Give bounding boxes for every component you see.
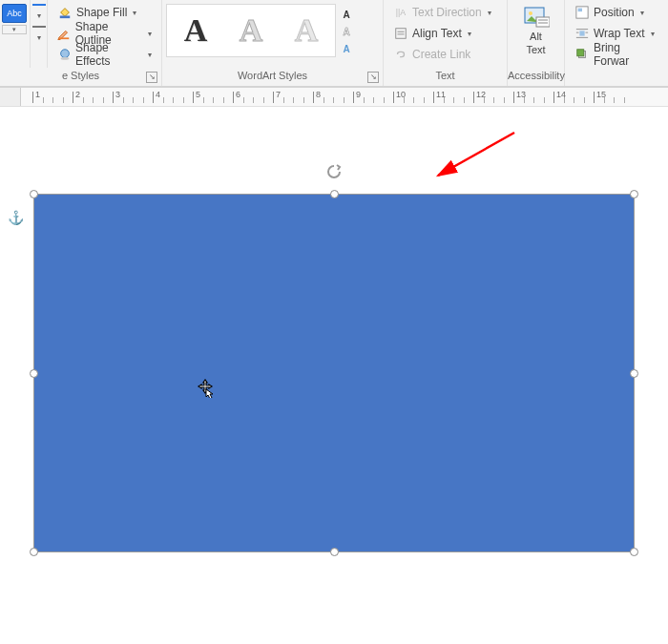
svg-point-9 — [529, 11, 532, 15]
svg-rect-10 — [536, 17, 550, 27]
align-text-label: Align Text — [412, 27, 462, 40]
ribbon: Abc ▾ ▾ ▾ Shape Fill ▾ Shape Outline — [0, 0, 668, 88]
accessibility-group-label: Accessibility — [508, 68, 565, 86]
text-group: ||A Text Direction ▾ Align Text ▾ Create… — [384, 0, 508, 69]
resize-handle-tl[interactable] — [30, 190, 38, 198]
wordart-styles-group-label: WordArt Styles↘ — [162, 68, 384, 86]
resize-handle-tm[interactable] — [330, 190, 339, 198]
chevron-down-icon[interactable]: ▾ — [640, 9, 644, 17]
wordart-gallery[interactable]: A A A — [166, 4, 336, 57]
rotation-handle[interactable] — [325, 163, 343, 180]
dialog-launcher-icon[interactable]: ↘ — [146, 72, 157, 83]
svg-rect-14 — [578, 9, 582, 12]
wrap-text-label: Wrap Text — [594, 27, 645, 40]
position-button[interactable]: Position ▾ — [571, 2, 662, 23]
wordart-styles-group: A A A A A A — [162, 0, 384, 69]
resize-handle-ml[interactable] — [30, 369, 38, 378]
effects-icon — [57, 47, 72, 62]
text-outline-button[interactable]: A — [338, 27, 355, 40]
align-text-icon — [393, 26, 408, 41]
wordart-style-1[interactable]: A — [169, 7, 222, 54]
horizontal-ruler[interactable]: 123456789101112131415 — [0, 88, 668, 107]
create-link-button: Create Link — [389, 44, 501, 65]
svg-rect-1 — [59, 37, 70, 39]
svg-line-22 — [438, 133, 514, 176]
chevron-down-icon[interactable]: ▾ — [37, 33, 41, 42]
line-color-swatch[interactable] — [32, 4, 46, 6]
shape-effects-button[interactable]: Shape Effects ▾ — [53, 44, 156, 65]
ribbon-group-labels: e Styles↘ WordArt Styles↘ Text Accessibi… — [0, 68, 668, 87]
chevron-down-icon[interactable]: ▾ — [148, 51, 152, 59]
svg-point-3 — [60, 57, 69, 60]
svg-rect-15 — [579, 31, 584, 35]
annotation-arrow — [424, 128, 519, 181]
shape-fill-label: Shape Fill — [76, 6, 127, 19]
document-canvas[interactable]: ⚓ — [0, 107, 668, 644]
arrange-group: Position ▾ Wrap Text ▾ Bring Forwar — [565, 0, 668, 69]
line-style-group: ▾ ▾ — [31, 0, 48, 69]
line-weight-swatch[interactable] — [32, 26, 46, 28]
resize-handle-mr[interactable] — [630, 369, 638, 378]
wrap-text-icon — [574, 26, 590, 41]
text-group-label: Text — [384, 68, 508, 86]
wordart-style-3[interactable]: A — [280, 7, 333, 54]
shape-style-swatch[interactable]: Abc — [2, 4, 27, 23]
bucket-icon — [57, 5, 73, 20]
chevron-down-icon[interactable]: ▾ — [148, 30, 152, 38]
ruler-ticks: 123456789101112131415 — [21, 88, 668, 107]
resize-handle-tr[interactable] — [630, 190, 638, 198]
dialog-launcher-icon[interactable]: ↘ — [367, 72, 379, 83]
object-anchor-icon: ⚓ — [8, 210, 24, 225]
selected-shape-container — [28, 188, 640, 558]
resize-handle-bm[interactable] — [330, 548, 339, 556]
svg-point-2 — [60, 50, 69, 58]
resize-handle-br[interactable] — [630, 548, 638, 556]
position-label: Position — [594, 6, 635, 19]
shape-style-swatch-dropdown[interactable]: ▾ — [2, 25, 27, 34]
svg-rect-5 — [396, 29, 407, 39]
pencil-icon — [57, 26, 72, 41]
chevron-down-icon[interactable]: ▾ — [133, 9, 136, 17]
svg-text:||A: ||A — [396, 8, 407, 17]
bring-forward-label: Bring Forwar — [594, 41, 658, 68]
wordart-style-2[interactable]: A — [224, 7, 278, 54]
align-text-button[interactable]: Align Text ▾ — [389, 23, 501, 44]
chevron-down-icon: ▾ — [488, 9, 491, 17]
rectangle-shape[interactable] — [33, 194, 635, 552]
text-effects-button[interactable]: A — [338, 44, 355, 57]
link-icon — [393, 47, 408, 62]
shape-effects-label: Shape Effects — [75, 41, 142, 68]
position-icon — [574, 5, 590, 20]
text-fill-button[interactable]: A — [338, 10, 355, 23]
svg-rect-0 — [60, 16, 71, 19]
accessibility-group: Alt Text — [508, 0, 565, 69]
chevron-down-icon[interactable]: ▾ — [651, 30, 655, 38]
create-link-label: Create Link — [412, 48, 470, 61]
text-direction-button: ||A Text Direction ▾ — [389, 2, 501, 23]
shape-format-group: Shape Fill ▾ Shape Outline ▾ Shape Effec… — [48, 0, 162, 69]
chevron-down-icon[interactable]: ▾ — [468, 30, 471, 38]
shape-styles-group-label: e Styles↘ — [0, 68, 162, 86]
ruler-corner — [0, 88, 21, 107]
resize-handle-bl[interactable] — [30, 548, 38, 556]
alt-text-label-1: Alt — [530, 31, 542, 42]
bring-forward-icon — [574, 47, 590, 62]
alt-text-label-2: Text — [526, 44, 545, 55]
move-cursor-icon — [196, 379, 215, 398]
alt-text-icon — [523, 6, 550, 29]
text-direction-label: Text Direction — [412, 6, 482, 19]
chevron-down-icon[interactable]: ▾ — [37, 11, 41, 20]
bring-forward-button[interactable]: Bring Forwar — [571, 44, 662, 65]
alt-text-button[interactable]: Alt Text — [513, 4, 558, 57]
text-direction-icon: ||A — [393, 5, 408, 20]
shape-style-swatch-group: Abc ▾ — [0, 0, 31, 69]
arrange-group-label — [565, 68, 668, 86]
svg-rect-21 — [577, 50, 584, 56]
